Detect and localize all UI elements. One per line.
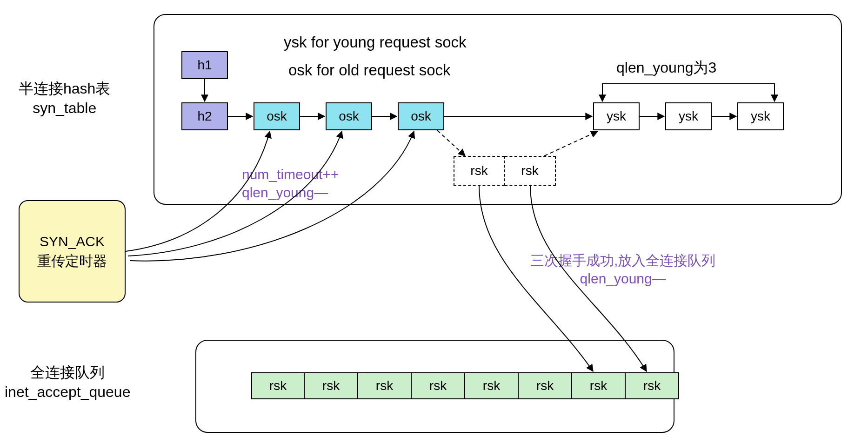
syn-ack-timer-box: SYN_ACK重传定时器 [19,200,126,303]
rsk-dashed-1: rsk [454,156,505,186]
accept-rsk-6: rsk [572,372,626,399]
accept-rsk-1: rsk [305,372,358,399]
qlen-young-label: qlen_young为3 [616,58,716,78]
hash-bucket-h1: h1 [181,51,228,79]
accept-rsk-5: rsk [519,372,572,399]
ysk-node-1: ysk [593,102,640,130]
accept-rsk-2: rsk [358,372,412,399]
handshake-text: 三次握手成功,放入全连接队列qlen_young— [530,251,715,288]
accept-rsk-4: rsk [465,372,519,399]
ysk-node-2: ysk [665,102,712,130]
accept-rsk-7: rsk [626,372,679,399]
ysk-node-3: ysk [737,102,784,130]
timeout-text: num_timeout++qlen_young— [242,165,339,202]
osk-node-3: osk [398,102,444,130]
syn-table-label: 半连接hash表syn_table [19,79,110,118]
rsk-dashed-2: rsk [505,156,556,186]
diagram-stage: 半连接hash表syn_table 全连接队列inet_accept_queue… [0,0,868,444]
accept-queue-label: 全连接队列inet_accept_queue [5,363,130,402]
accept-rsk-3: rsk [412,372,465,399]
hash-bucket-h2: h2 [181,102,228,130]
osk-node-1: osk [254,102,300,130]
syn-ack-timer-text: SYN_ACK重传定时器 [37,232,107,271]
accept-rsk-0: rsk [251,372,305,399]
osk-definition: osk for old request sock [288,61,451,81]
osk-node-2: osk [326,102,372,130]
ysk-definition: ysk for young request sock [284,33,467,53]
